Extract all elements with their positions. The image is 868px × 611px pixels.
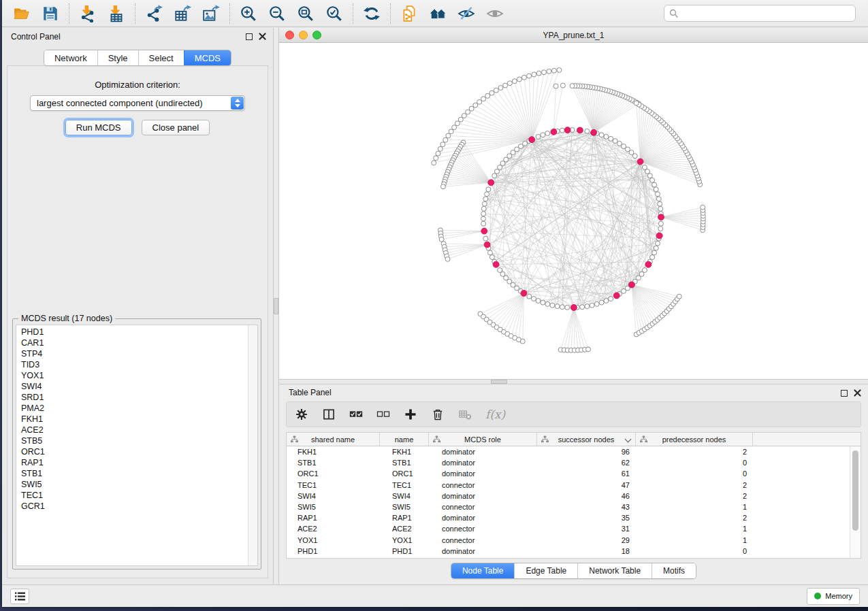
- close-panel-button[interactable]: Close panel: [142, 120, 210, 135]
- mcds-result-item[interactable]: SWI5: [16, 479, 257, 490]
- export-network-button[interactable]: [140, 2, 168, 25]
- mcds-result-item[interactable]: STP4: [16, 348, 257, 359]
- result-list-scrollbar[interactable]: [248, 325, 257, 565]
- tab-style[interactable]: Style: [97, 50, 138, 65]
- close-panel-icon[interactable]: [259, 33, 266, 40]
- memory-button[interactable]: Memory: [807, 588, 860, 605]
- splitter-grip[interactable]: [274, 298, 278, 314]
- table-scrollbar[interactable]: [850, 446, 861, 558]
- table-tab-motifs[interactable]: Motifs: [652, 563, 696, 578]
- column-header-shared-name[interactable]: shared name: [287, 433, 380, 446]
- mcds-result-item[interactable]: FKH1: [16, 414, 257, 425]
- cell-predecessor-nodes: 1: [636, 503, 753, 511]
- maximize-window-icon[interactable]: [312, 31, 321, 39]
- table-row[interactable]: SWI5SWI5connector431: [287, 501, 850, 512]
- mcds-result-item[interactable]: PHD1: [16, 327, 257, 337]
- node-table: shared namenameMCDS rolesuccessor nodesp…: [286, 432, 861, 559]
- zoom-fit-button[interactable]: [291, 2, 320, 25]
- horizontal-splitter[interactable]: [279, 379, 868, 384]
- zoom-selected-button[interactable]: [320, 2, 349, 25]
- cell-name: TEC1: [380, 481, 429, 489]
- table-scrollbar-thumb[interactable]: [852, 450, 858, 531]
- cell-successor-nodes: 96: [537, 448, 636, 456]
- mcds-result-item[interactable]: YOX1: [16, 370, 257, 381]
- export-table-button[interactable]: [168, 2, 197, 25]
- zoom-out-button[interactable]: [263, 2, 291, 25]
- table-row[interactable]: SWI4SWI4dominator462: [287, 491, 850, 501]
- table-row[interactable]: PHD1PHD1dominator180: [287, 546, 850, 557]
- table-row[interactable]: STB1STB1dominator620: [287, 457, 850, 468]
- close-panel-icon[interactable]: [854, 389, 861, 397]
- hide-selected-button[interactable]: [452, 2, 481, 25]
- table-tab-edge-table[interactable]: Edge Table: [514, 563, 577, 578]
- mcds-result-list[interactable]: PHD1CAR1STP4TID3YOX1SWI4SRD1PMA2FKH1ACE2…: [16, 325, 258, 566]
- mcds-result-item[interactable]: GCR1: [16, 501, 257, 512]
- table-tab-node-table[interactable]: Node Table: [451, 563, 515, 578]
- column-label: successor nodes: [558, 435, 615, 444]
- column-header-predecessor-nodes[interactable]: predecessor nodes: [636, 433, 753, 446]
- save-session-button[interactable]: [36, 2, 65, 25]
- zoom-out-icon: [268, 5, 286, 22]
- settings-button[interactable]: [295, 408, 308, 421]
- mcds-result-item[interactable]: CAR1: [16, 337, 257, 348]
- tab-select[interactable]: Select: [138, 50, 184, 65]
- mcds-result-item[interactable]: SWI4: [16, 381, 257, 392]
- table-row[interactable]: ORC1ORC1dominator610: [287, 468, 850, 479]
- clone-network-button[interactable]: [395, 2, 423, 25]
- cell-MCDS-role: connector: [429, 503, 537, 511]
- mcds-result-item[interactable]: ORC1: [16, 446, 257, 457]
- network-nodes: [432, 68, 706, 353]
- mcds-result-item[interactable]: SRD1: [16, 392, 257, 403]
- mcds-result-item[interactable]: ACE2: [16, 425, 257, 435]
- tab-mcds[interactable]: MCDS: [184, 50, 231, 65]
- float-panel-icon[interactable]: [246, 33, 253, 40]
- run-mcds-button[interactable]: Run MCDS: [65, 120, 132, 135]
- tab-network[interactable]: Network: [44, 50, 97, 65]
- table-row[interactable]: TEC1TEC1connector472: [287, 480, 850, 491]
- zoom-in-button[interactable]: [234, 2, 263, 25]
- column-header-MCDS-role[interactable]: MCDS role: [429, 433, 537, 446]
- minimize-window-icon[interactable]: [299, 31, 308, 39]
- mcds-result-item[interactable]: STB5: [16, 435, 257, 446]
- cell-successor-nodes: 43: [537, 503, 636, 511]
- refresh-button[interactable]: [357, 2, 386, 25]
- import-network-button[interactable]: [74, 2, 102, 25]
- table-tab-network-table[interactable]: Network Table: [577, 563, 652, 578]
- settings-icon: [295, 408, 308, 421]
- search-input[interactable]: [664, 5, 856, 22]
- mcds-result-item[interactable]: PMA2: [16, 403, 257, 414]
- table-row[interactable]: RAP1RAP1dominator352: [287, 512, 850, 523]
- select-all-button[interactable]: [349, 408, 363, 421]
- show-columns-button[interactable]: [322, 408, 336, 421]
- mcds-result-item[interactable]: STB1: [16, 468, 257, 479]
- optimization-criterion-select[interactable]: largest connected component (undirected): [30, 95, 245, 111]
- table-row[interactable]: YOX1YOX1connector291: [287, 535, 850, 546]
- delete-row-button[interactable]: [431, 408, 445, 421]
- table-body: FKH1FKH1dominator962STB1STB1dominator620…: [287, 446, 850, 558]
- mcds-result-item[interactable]: RAP1: [16, 457, 257, 468]
- open-file-button[interactable]: [7, 2, 36, 25]
- column-header-name[interactable]: name: [380, 433, 429, 446]
- close-window-icon[interactable]: [285, 31, 294, 39]
- float-panel-icon[interactable]: [841, 390, 848, 397]
- mcds-result-item[interactable]: TID3: [16, 359, 257, 370]
- mcds-result-item[interactable]: TEC1: [16, 490, 257, 501]
- splitter-grip[interactable]: [491, 380, 507, 384]
- column-header-successor-nodes[interactable]: successor nodes: [537, 433, 636, 446]
- deselect-all-button[interactable]: [376, 408, 390, 421]
- network-canvas[interactable]: [279, 43, 868, 379]
- import-table-button[interactable]: [102, 2, 131, 25]
- vertical-splitter[interactable]: [273, 28, 279, 584]
- sort-chevron-icon[interactable]: [625, 436, 632, 443]
- network-view-frame: YPA_prune.txt_1: [279, 28, 868, 379]
- export-image-button[interactable]: [197, 2, 225, 25]
- add-row-button[interactable]: [404, 408, 417, 421]
- toolbar-separator: [69, 3, 69, 24]
- table-row[interactable]: ACE2ACE2connector311: [287, 523, 850, 534]
- cell-shared-name: TEC1: [287, 481, 380, 489]
- table-row[interactable]: FKH1FKH1dominator962: [287, 446, 850, 457]
- table-toolbar: f(x): [286, 401, 861, 427]
- show-all-button[interactable]: [481, 2, 509, 25]
- show-panels-button[interactable]: [10, 589, 29, 604]
- first-neighbors-button[interactable]: [423, 2, 452, 25]
